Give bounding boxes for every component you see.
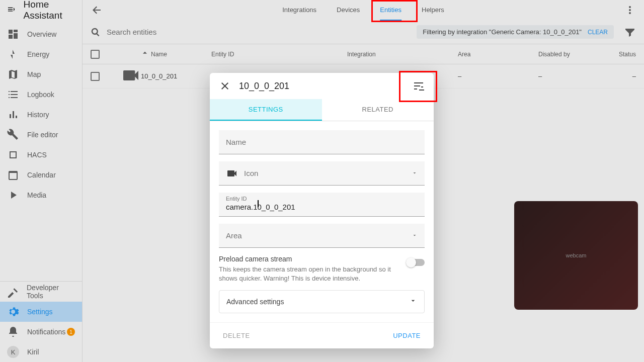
chevron-down-icon [412,231,418,240]
close-button[interactable] [219,80,231,92]
advanced-settings-button[interactable]: Advanced settings [219,290,425,313]
name-label: Name [226,138,246,146]
dialog-tab-settings[interactable]: SETTINGS [210,99,322,121]
advanced-label: Advanced settings [226,298,409,306]
tune-icon[interactable] [413,80,425,92]
entity-id-label: Entity ID [226,196,247,202]
icon-field[interactable]: Icon [219,161,425,186]
preload-section: Preload camera stream This keeps the cam… [219,255,425,283]
preload-description: This keeps the camera stream open in the… [219,265,399,283]
chevron-down-icon [412,169,418,178]
name-field[interactable]: Name [219,130,425,154]
text-cursor [258,200,259,207]
area-label: Area [226,231,242,240]
chevron-down-icon [409,297,417,307]
dialog-title: 10_0_0_201 [239,81,413,92]
update-button[interactable]: UPDATE [389,329,425,342]
camera-icon [226,167,238,179]
delete-button[interactable]: DELETE [219,329,254,342]
icon-label: Icon [244,169,258,177]
area-field[interactable]: Area [219,224,425,248]
preload-toggle[interactable] [408,259,425,266]
entity-id-value: camera.10_0_0_201 [226,203,295,211]
dialog-tab-related[interactable]: RELATED [322,99,434,121]
entity-settings-dialog: 10_0_0_201 SETTINGS RELATED Name Icon En… [210,73,434,348]
preload-title: Preload camera stream [219,255,399,263]
entity-id-field[interactable]: Entity ID camera.10_0_0_201 [219,193,425,217]
webcam-overlay: webcam [514,201,638,310]
